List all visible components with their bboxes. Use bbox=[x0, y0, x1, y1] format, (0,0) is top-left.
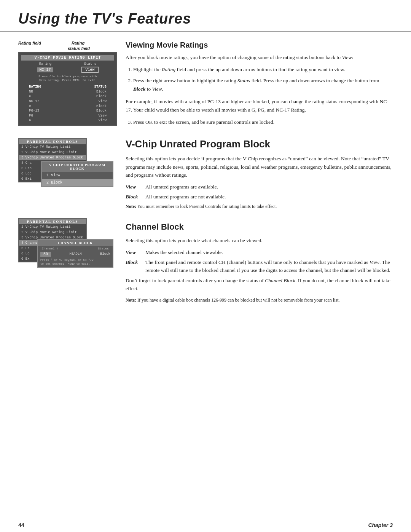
annotation-rating-status: Rating bbox=[72, 41, 84, 45]
table-row-nr: NRBlock bbox=[21, 89, 114, 94]
screen1-title: V-ChIP MOVIE RATING LIMIT bbox=[21, 55, 114, 61]
view-term: View bbox=[126, 183, 145, 191]
menu-item-3: 3 V-Chip Unrated Program Block bbox=[19, 155, 86, 160]
status-value: View bbox=[81, 67, 98, 73]
left-column: Rating field Rating status field V-ChIP … bbox=[0, 41, 118, 308]
page-header: Using the TV's Features bbox=[0, 0, 411, 32]
screen1-wrapper: Rating field Rating status field V-ChIP … bbox=[18, 41, 110, 126]
block-desc: All unrated programs are not available. bbox=[145, 193, 226, 201]
table-row-g: GView bbox=[21, 118, 114, 123]
table-row-r: RBlock bbox=[21, 104, 114, 109]
popup-item-view: 1 View bbox=[42, 172, 113, 179]
section1-example: For example, if movies with a rating of … bbox=[126, 97, 393, 114]
section3-block-item: Block The front panel and remote control… bbox=[126, 259, 393, 274]
right-column: Viewing Movie Ratings After you block mo… bbox=[118, 41, 411, 308]
block-term: Block bbox=[126, 193, 145, 201]
menu2-item-1: 1 V-Chip TV Rating Limit bbox=[19, 224, 86, 230]
ch-header-status: Status bbox=[98, 247, 109, 250]
section1-steps: Highlight the Rating field and press the… bbox=[133, 66, 393, 93]
screen1-col-headers: Ra ing Stat s bbox=[21, 62, 114, 66]
step2: Press the right arrow button to highligh… bbox=[133, 77, 393, 93]
parental-menu2-title: PARENTAL CONTROLS bbox=[19, 219, 86, 224]
screen1-selected-row: NC-17 View bbox=[21, 67, 114, 73]
channel-status: Block bbox=[100, 252, 110, 256]
view-item: View All unrated programs are available. bbox=[126, 183, 393, 191]
screen1-table-header: RATING STATUS bbox=[21, 85, 114, 89]
vchip-unrated-popup: V-CHIP UNRATED PROGRAM BLOCK 1 View 2 Bl… bbox=[41, 161, 113, 187]
section1-step3-list: Press OK to exit the screen, and be sure… bbox=[133, 118, 393, 126]
view-desc: All unrated programs are available. bbox=[145, 183, 218, 191]
parental-menu-title: PARENTAL CONTROLS bbox=[19, 139, 86, 144]
section3-note2-intro: Don’t forget to lock parental controls a… bbox=[126, 276, 393, 293]
section3-block-desc: The front panel and remote control CH (c… bbox=[145, 259, 393, 274]
table-col2: STATUS bbox=[94, 85, 107, 89]
page-number: 44 bbox=[18, 522, 24, 528]
section2-title: V-Chip Unrated Program Block bbox=[126, 138, 393, 150]
menu-item-2: 2 V-Chip Movie Rating Limit bbox=[19, 150, 86, 155]
channel-popup-title: CHANNEL BLOCK bbox=[38, 240, 113, 246]
section3-title: Channel Block bbox=[126, 222, 393, 232]
section3-view-item: View Makes the selected channel viewable… bbox=[126, 249, 393, 256]
channel-header: Channel # Status bbox=[38, 246, 113, 251]
annotation-status-field: status field bbox=[68, 46, 110, 51]
table-row-x: XBlock bbox=[21, 94, 114, 99]
section3-note2: Note: If you have a digital cable box ch… bbox=[126, 297, 393, 304]
channel-instructions: Press ^ or v, keypad, or CH ^/vto set ch… bbox=[38, 257, 113, 267]
section2-note: Note: You must remember to lock Parental… bbox=[126, 203, 393, 210]
section1-title: Viewing Movie Ratings bbox=[126, 41, 393, 50]
step3: Press OK to exit the screen, and be sure… bbox=[133, 118, 393, 126]
content-area: Rating field Rating status field V-ChIP … bbox=[0, 41, 411, 308]
ch-header-num: Channel # bbox=[42, 247, 58, 250]
col2-label: Stat s bbox=[84, 62, 96, 66]
chapter-label: Chapter 3 bbox=[368, 522, 393, 528]
rating-value: NC-17 bbox=[37, 67, 53, 72]
screen3-wrapper: PARENTAL CONTROLS 1 V-Chip TV Rating Lim… bbox=[18, 218, 117, 292]
block-item: Block All unrated programs are not avail… bbox=[126, 193, 393, 201]
table-row-pg13: PG-13Block bbox=[21, 109, 114, 113]
section3-view-term: View bbox=[126, 249, 145, 256]
section3-block-term: Block bbox=[126, 259, 145, 274]
popup-item-block: 2 Block bbox=[42, 179, 113, 186]
channel-block-popup: CHANNEL BLOCK Channel # Status 59 HEADLN… bbox=[37, 239, 113, 268]
screen1: V-ChIP MOVIE RATING LIMIT Ra ing Stat s … bbox=[18, 52, 117, 126]
section3-intro: Selecting this option lets you decide wh… bbox=[126, 236, 393, 245]
channel-name: HEADLN bbox=[69, 252, 81, 256]
section2-intro: Selecting this option lets you decide if… bbox=[126, 155, 393, 179]
table-col1: RATING bbox=[29, 85, 41, 89]
page-title: Using the TV's Features bbox=[18, 11, 393, 27]
table-row-nc17: NC-17View bbox=[21, 99, 114, 104]
annotation-rating-field: Rating field bbox=[18, 41, 41, 45]
table-row-pg: PGView bbox=[21, 113, 114, 118]
channel-row: 59 HEADLN Block bbox=[38, 251, 113, 257]
menu2-item-2: 2 V-Chip Movie Rating Limit bbox=[19, 230, 86, 235]
screen2-wrapper: PARENTAL CONTROLS 1 V-Chip TV Rating Lim… bbox=[18, 138, 117, 207]
vchip-popup-title: V-CHIP UNRATED PROGRAM BLOCK bbox=[42, 162, 113, 172]
section3-view-desc: Makes the selected channel viewable. bbox=[145, 249, 223, 256]
annotation-line1: Rating field Rating bbox=[18, 41, 110, 45]
col1-label: Ra ing bbox=[39, 62, 51, 66]
screen1-instructions: Press ^/v to block programs withthis rat… bbox=[21, 75, 114, 83]
page-footer: 44 Chapter 3 bbox=[0, 518, 411, 532]
menu-item-1: 1 V-Chip TV Rating Limit bbox=[19, 144, 86, 150]
section1-intro: After you block movie ratings, you have … bbox=[126, 53, 393, 62]
channel-number: 59 bbox=[40, 252, 51, 257]
step1: Highlight the Rating field and press the… bbox=[133, 66, 393, 74]
